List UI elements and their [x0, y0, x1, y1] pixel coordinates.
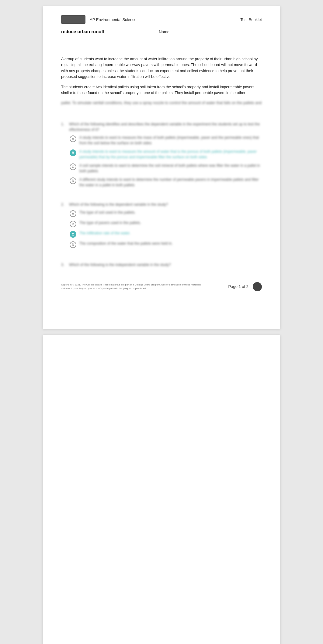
question-3-text: Which of the following is the independen… — [69, 262, 262, 268]
footer-logo — [253, 282, 262, 291]
header-left: AP Environmental Science — [61, 15, 137, 24]
subject-label: AP Environmental Science — [90, 17, 137, 22]
question-3: 3. Which of the following is the indepen… — [61, 262, 262, 268]
page-header: AP Environmental Science Test Booklet — [61, 15, 262, 24]
question-1-section: 1. Which of the following identifies and… — [61, 121, 262, 188]
copyright-text: Copyright © 2021. The College Board. The… — [61, 283, 207, 290]
name-underline — [171, 33, 262, 33]
page-number: Page 1 of 2 — [228, 284, 249, 289]
answer-text-2a: The type of soil used in the pallets. — [79, 210, 262, 215]
paragraph-2-start: The students create two identical pallet… — [61, 84, 262, 96]
question-1: 1. Which of the following identifies and… — [61, 121, 262, 132]
title-divider — [61, 36, 262, 36]
answer-text-2c: The infiltration rate of the water. — [79, 230, 262, 236]
answer-1d[interactable]: D A different study intends to want to d… — [70, 177, 262, 188]
answer-circle-1a: A — [70, 135, 76, 142]
page-1: AP Environmental Science Test Booklet re… — [43, 6, 280, 329]
answer-2b[interactable]: B The type of pavers used in the pallets… — [70, 220, 262, 227]
question-3-number: 3. — [61, 262, 66, 267]
answer-1a[interactable]: A A study intends to want to measure the… — [70, 135, 262, 146]
logo-image — [61, 15, 85, 24]
answer-1c[interactable]: C A soil sample intends to want to deter… — [70, 163, 262, 174]
answer-text-2b: The type of pavers used in the pallets. — [79, 220, 262, 226]
header-divider — [61, 27, 262, 27]
question-2-text: Which of the following is the dependent … — [69, 202, 262, 207]
answer-1b[interactable]: B A study intends to want to measure the… — [70, 149, 262, 160]
question-3-section: 3. Which of the following is the indepen… — [61, 262, 262, 268]
doc-title: reduce urban runoff — [61, 29, 105, 34]
page-number-area: Page 1 of 2 — [228, 282, 262, 291]
answer-circle-2d: D — [70, 241, 76, 248]
answer-text-1b: A study intends to want to measure the a… — [79, 149, 262, 160]
answer-2c[interactable]: C The infiltration rate of the water. — [70, 230, 262, 238]
page-footer: Copyright © 2021. The College Board. The… — [61, 280, 262, 291]
answer-circle-1c: C — [70, 163, 76, 170]
answer-text-1c: A soil sample intends to want to determi… — [79, 163, 262, 174]
answer-circle-2c: C — [70, 231, 76, 238]
paragraph-1: A group of students want to increase the… — [61, 56, 262, 80]
question-1-number: 1. — [61, 121, 66, 126]
answer-circle-2b: B — [70, 221, 76, 227]
question-1-text: Which of the following identifies and de… — [69, 121, 262, 132]
question-2-number: 2. — [61, 202, 66, 207]
title-row: reduce urban runoff Name — [61, 29, 262, 34]
paragraph-2-blurred: pallet. To simulate rainfall conditions,… — [61, 100, 262, 106]
answer-circle-1d: D — [70, 177, 76, 184]
answer-2d[interactable]: D The composition of the water that the … — [70, 241, 262, 248]
question-2: 2. Which of the following is the depende… — [61, 202, 262, 207]
page-2 — [43, 335, 280, 644]
answer-circle-2a: A — [70, 210, 76, 217]
booklet-type-label: Test Booklet — [240, 17, 262, 22]
answer-text-1d: A different study intends to want to det… — [79, 177, 262, 188]
name-field-label: Name — [159, 30, 262, 34]
answer-text-1a: A study intends to want to measure the m… — [79, 135, 262, 146]
answer-circle-1b: B — [70, 149, 76, 156]
question-2-section: 2. Which of the following is the depende… — [61, 202, 262, 248]
answer-2a[interactable]: A The type of soil used in the pallets. — [70, 210, 262, 217]
answer-text-2d: The composition of the water that the pa… — [79, 241, 262, 246]
